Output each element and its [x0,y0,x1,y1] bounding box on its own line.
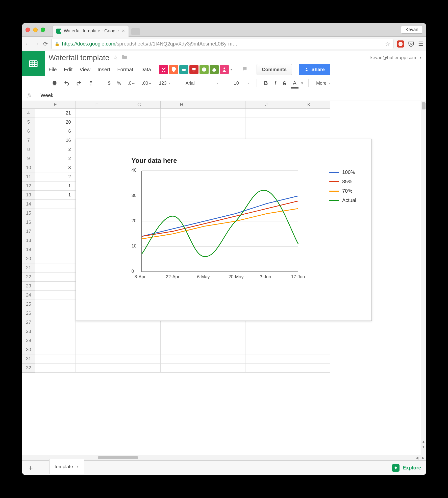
cell[interactable]: 6 [35,127,76,136]
maximize-window-button[interactable] [41,28,45,32]
cell[interactable]: 1 [35,191,76,200]
cell[interactable] [35,263,76,273]
cell[interactable] [288,127,330,136]
cell[interactable] [203,364,245,373]
cell[interactable]: 3 [35,163,76,172]
column-header[interactable]: G [118,101,160,109]
row-header[interactable]: 21 [22,263,35,273]
cell[interactable] [245,327,288,336]
cell[interactable] [160,354,203,364]
cell[interactable]: 1 [35,182,76,191]
cell[interactable] [288,336,330,345]
row-header[interactable]: 22 [22,273,35,282]
cell[interactable] [35,354,76,364]
text-color-button[interactable]: A [291,78,298,88]
cell[interactable] [118,327,160,336]
font-family-dropdown[interactable]: Arial▾ [183,79,221,87]
comment-history-icon[interactable] [242,66,247,73]
cell[interactable] [35,245,76,254]
row-header[interactable]: 25 [22,300,35,309]
scrollbar-thumb[interactable] [422,102,426,109]
sheet-tab-template[interactable]: template ▼ [49,459,84,474]
cell[interactable] [160,109,203,118]
cell[interactable] [118,109,160,118]
undo-icon[interactable] [62,79,71,87]
row-header[interactable]: 32 [22,364,35,373]
row-header[interactable]: 27 [22,318,35,327]
cell[interactable] [118,127,160,136]
cell[interactable] [160,336,203,345]
all-sheets-button[interactable]: ≡ [40,465,43,471]
row-header[interactable]: 17 [22,227,35,236]
collaborator-avatar[interactable] [179,65,188,74]
scroll-left-icon[interactable]: ◀ [414,456,420,460]
column-header[interactable]: F [76,101,118,109]
cell[interactable] [160,345,203,354]
vertical-scrollbar[interactable]: ▲ ▼ [421,101,426,455]
cell[interactable] [35,318,76,327]
cell[interactable] [288,118,330,127]
column-header[interactable]: K [288,101,330,109]
row-header[interactable]: 20 [22,254,35,263]
percent-format-button[interactable]: % [115,79,123,87]
row-header[interactable]: 15 [22,209,35,218]
cell[interactable] [288,345,330,354]
scroll-down-icon[interactable]: ▼ [421,445,426,449]
cell[interactable] [203,345,245,354]
collaborator-avatar[interactable] [200,65,209,74]
cell[interactable] [245,118,288,127]
comments-button[interactable]: Comments [257,64,292,75]
collaborator-avatar[interactable] [189,65,198,74]
collaborators-caret-icon[interactable]: ▼ [230,68,233,71]
cell[interactable] [203,354,245,364]
minimize-window-button[interactable] [33,28,38,32]
row-header[interactable]: 30 [22,345,35,354]
cell[interactable] [288,354,330,364]
row-header[interactable]: 6 [22,127,35,136]
cell[interactable] [160,127,203,136]
account-caret-icon[interactable]: ▼ [419,56,422,59]
row-header[interactable]: 7 [22,136,35,145]
cell[interactable] [35,236,76,245]
row-header[interactable]: 5 [22,118,35,127]
scroll-right-icon[interactable]: ▶ [420,456,426,460]
cell[interactable] [35,291,76,300]
cell[interactable] [203,109,245,118]
cell[interactable]: 2 [35,145,76,154]
cell[interactable] [288,109,330,118]
print-icon[interactable] [50,79,59,87]
more-toolbar-dropdown[interactable]: More ▾ [314,79,333,87]
grid[interactable]: EFGHIJK 42152066716829210311212113114151… [22,101,421,455]
cell[interactable]: 21 [35,109,76,118]
cell[interactable] [203,127,245,136]
row-header[interactable]: 12 [22,182,35,191]
cell[interactable] [203,118,245,127]
chrome-menu-icon[interactable]: ☰ [418,41,423,47]
cell[interactable] [118,336,160,345]
bold-button[interactable]: B [262,78,270,88]
browser-tab[interactable]: Waterfall template - Google ✕ [53,26,129,37]
strikethrough-button[interactable]: S [281,79,288,88]
cell[interactable] [76,364,118,373]
cell[interactable] [35,309,76,318]
cell[interactable] [35,209,76,218]
cell[interactable] [35,345,76,354]
menu-edit[interactable]: Edit [64,67,72,73]
forward-button[interactable]: → [34,41,40,47]
cell[interactable] [35,336,76,345]
redo-icon[interactable] [74,79,84,87]
cell[interactable] [160,327,203,336]
cell[interactable] [76,327,118,336]
row-header[interactable]: 23 [22,282,35,291]
cell[interactable]: 16 [35,136,76,145]
cell[interactable]: 2 [35,154,76,163]
reload-button[interactable]: ⟳ [43,41,48,47]
row-header[interactable]: 19 [22,245,35,254]
menu-data[interactable]: Data [140,67,151,73]
row-header[interactable]: 8 [22,145,35,154]
italic-button[interactable]: I [272,78,278,88]
column-header[interactable]: I [203,101,245,109]
account-email[interactable]: kevan@bufferapp.com [370,55,416,60]
increase-decimal-button[interactable]: .00→ [140,79,154,87]
row-header[interactable]: 18 [22,236,35,245]
